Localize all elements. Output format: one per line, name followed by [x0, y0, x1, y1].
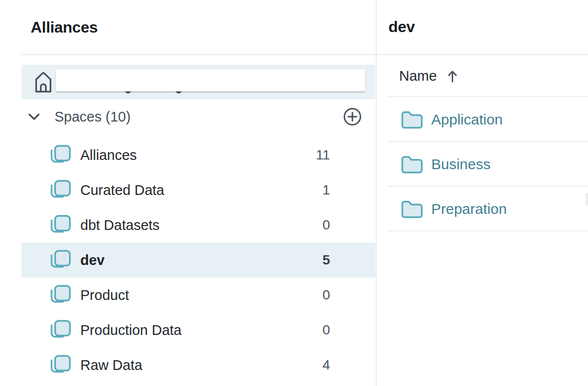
plus-circle-icon	[343, 107, 362, 126]
sidebar-header-divider	[22, 54, 375, 55]
space-item-count: 4	[322, 357, 330, 373]
sidebar-item-raw-data[interactable]: Raw Data 4	[21, 348, 375, 383]
space-item-count: 0	[322, 322, 330, 338]
spacer	[0, 134, 376, 138]
space-icon	[50, 320, 71, 341]
space-contents-panel: dev Name Application	[377, 0, 588, 386]
space-icon	[50, 215, 71, 236]
space-item-count: 5	[322, 252, 330, 268]
home-icon	[34, 70, 53, 93]
sidebar-item-product[interactable]: Product 0	[21, 278, 375, 313]
table-row[interactable]: Preparation	[377, 187, 588, 231]
space-icon	[50, 180, 71, 201]
name-column-header[interactable]: Name	[399, 68, 437, 84]
table-row[interactable]: Application	[377, 97, 588, 142]
space-item-label: dbt Datasets	[80, 217, 160, 233]
sidebar-item-dev[interactable]: dev 5	[21, 243, 375, 278]
main-header: dev	[377, 0, 588, 55]
redacted-label-area	[56, 70, 365, 93]
sidebar-item-production-data[interactable]: Production Data 0	[21, 313, 375, 348]
space-item-label: Production Data	[80, 322, 182, 338]
space-item-label: Curated Data	[80, 182, 165, 198]
folder-link[interactable]: Business	[431, 156, 491, 173]
sidebar-item-alliances[interactable]: Alliances 11	[21, 138, 375, 173]
spaces-section-label: Spaces (10)	[55, 109, 130, 125]
page-title: dev	[388, 18, 415, 36]
home-row[interactable]	[21, 65, 375, 99]
space-icon	[50, 250, 71, 271]
table-header-row[interactable]: Name	[377, 55, 588, 97]
spaces-section-row[interactable]: Spaces (10)	[21, 99, 375, 134]
space-item-count: 1	[322, 182, 330, 198]
space-item-label: Alliances	[80, 147, 137, 163]
folder-link[interactable]: Application	[431, 111, 503, 128]
space-icon	[50, 355, 71, 376]
add-space-button[interactable]	[343, 107, 362, 126]
space-item-label: Raw Data	[80, 357, 142, 373]
sidebar-item-dbt-datasets[interactable]: dbt Datasets 0	[21, 208, 375, 243]
space-item-count: 0	[322, 287, 330, 303]
row-divider	[388, 230, 588, 231]
sort-ascending-icon[interactable]	[447, 70, 458, 83]
scrollbar-thumb[interactable]	[586, 193, 588, 206]
spaces-sidebar: Alliances	[0, 0, 376, 386]
spaces-tree: Spaces (10) Alliances	[0, 55, 376, 383]
space-item-count: 11	[316, 147, 330, 163]
space-item-label: dev	[80, 252, 105, 268]
chevron-down-icon[interactable]	[28, 113, 40, 121]
sidebar-header: Alliances	[0, 0, 376, 55]
folder-icon	[401, 155, 423, 174]
redaction-overlay	[56, 70, 365, 91]
folder-icon	[401, 110, 423, 129]
sidebar-item-curated-data[interactable]: Curated Data 1	[21, 173, 375, 208]
table-row[interactable]: Business	[377, 142, 588, 187]
space-icon	[50, 145, 71, 166]
space-item-count: 0	[322, 217, 330, 233]
folder-link[interactable]: Preparation	[431, 201, 507, 217]
space-icon	[50, 285, 71, 306]
app-window: Alliances	[0, 0, 588, 386]
folder-icon	[401, 199, 423, 219]
sidebar-title: Alliances	[31, 18, 98, 36]
space-item-label: Product	[80, 287, 129, 303]
